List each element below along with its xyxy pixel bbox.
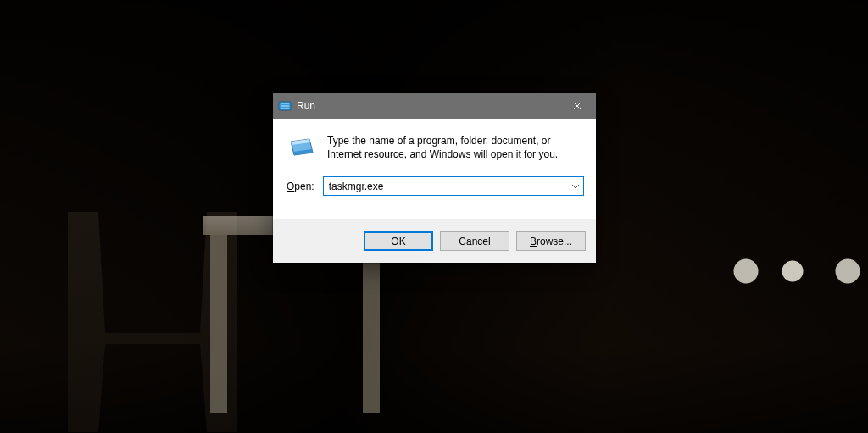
- cancel-button[interactable]: Cancel: [440, 231, 509, 251]
- open-input[interactable]: [324, 177, 568, 195]
- run-dialog: Run Type the name of a program, folder, …: [273, 93, 596, 263]
- run-titlebar-icon: [278, 99, 292, 113]
- dialog-body: Type the name of a program, folder, docu…: [273, 119, 596, 196]
- browse-button[interactable]: Browse...: [516, 231, 586, 251]
- dialog-description: Type the name of a program, folder, docu…: [327, 134, 584, 161]
- desktop-wallpaper: Run Type the name of a program, folder, …: [0, 0, 868, 433]
- close-icon: [573, 102, 581, 110]
- ok-button[interactable]: OK: [364, 231, 433, 251]
- dialog-footer: OK Cancel Browse...: [273, 219, 596, 263]
- open-label: Open:: [287, 180, 314, 192]
- open-combobox[interactable]: [323, 176, 584, 196]
- dialog-title: Run: [297, 100, 315, 112]
- close-button[interactable]: [558, 93, 596, 119]
- run-large-icon: [288, 134, 315, 161]
- titlebar[interactable]: Run: [273, 93, 596, 119]
- chevron-down-icon[interactable]: [568, 177, 583, 195]
